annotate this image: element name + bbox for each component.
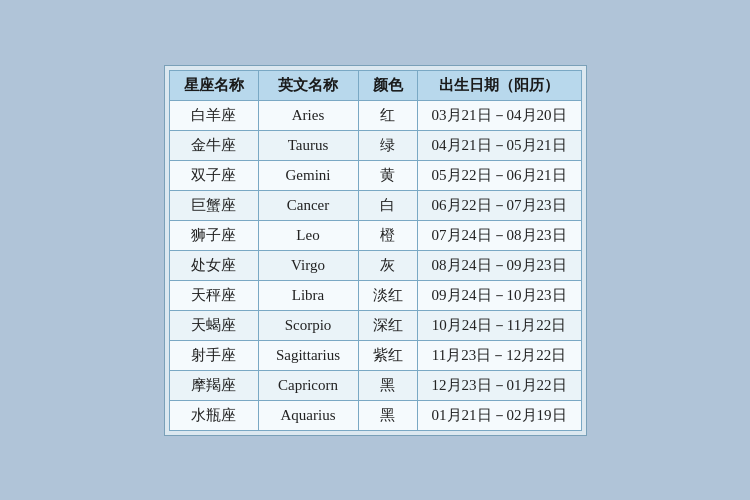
- header-english: 英文名称: [258, 70, 358, 100]
- cell-chinese: 双子座: [169, 160, 258, 190]
- cell-color: 黑: [358, 400, 417, 430]
- cell-color: 紫红: [358, 340, 417, 370]
- cell-date: 04月21日－05月21日: [417, 130, 581, 160]
- cell-english: Aquarius: [258, 400, 358, 430]
- cell-color: 橙: [358, 220, 417, 250]
- cell-chinese: 狮子座: [169, 220, 258, 250]
- header-chinese: 星座名称: [169, 70, 258, 100]
- cell-english: Leo: [258, 220, 358, 250]
- cell-english: Cancer: [258, 190, 358, 220]
- cell-color: 黄: [358, 160, 417, 190]
- table-row: 天蝎座Scorpio深红10月24日－11月22日: [169, 310, 581, 340]
- cell-chinese: 金牛座: [169, 130, 258, 160]
- table-header-row: 星座名称 英文名称 颜色 出生日期（阳历）: [169, 70, 581, 100]
- cell-chinese: 天秤座: [169, 280, 258, 310]
- cell-english: Capricorn: [258, 370, 358, 400]
- cell-color: 深红: [358, 310, 417, 340]
- cell-date: 12月23日－01月22日: [417, 370, 581, 400]
- table-row: 金牛座Taurus绿04月21日－05月21日: [169, 130, 581, 160]
- table-row: 处女座Virgo灰08月24日－09月23日: [169, 250, 581, 280]
- cell-date: 11月23日－12月22日: [417, 340, 581, 370]
- cell-english: Aries: [258, 100, 358, 130]
- header-date: 出生日期（阳历）: [417, 70, 581, 100]
- cell-date: 01月21日－02月19日: [417, 400, 581, 430]
- cell-chinese: 白羊座: [169, 100, 258, 130]
- zodiac-table: 星座名称 英文名称 颜色 出生日期（阳历） 白羊座Aries红03月21日－04…: [169, 70, 582, 431]
- table-row: 天秤座Libra淡红09月24日－10月23日: [169, 280, 581, 310]
- cell-date: 05月22日－06月21日: [417, 160, 581, 190]
- cell-english: Virgo: [258, 250, 358, 280]
- cell-chinese: 射手座: [169, 340, 258, 370]
- table-row: 水瓶座Aquarius黑01月21日－02月19日: [169, 400, 581, 430]
- cell-english: Scorpio: [258, 310, 358, 340]
- cell-english: Libra: [258, 280, 358, 310]
- table-row: 双子座Gemini黄05月22日－06月21日: [169, 160, 581, 190]
- cell-color: 红: [358, 100, 417, 130]
- cell-chinese: 水瓶座: [169, 400, 258, 430]
- cell-english: Taurus: [258, 130, 358, 160]
- cell-chinese: 巨蟹座: [169, 190, 258, 220]
- cell-chinese: 处女座: [169, 250, 258, 280]
- header-color: 颜色: [358, 70, 417, 100]
- cell-date: 06月22日－07月23日: [417, 190, 581, 220]
- cell-color: 白: [358, 190, 417, 220]
- cell-english: Sagittarius: [258, 340, 358, 370]
- cell-date: 07月24日－08月23日: [417, 220, 581, 250]
- table-row: 摩羯座Capricorn黑12月23日－01月22日: [169, 370, 581, 400]
- cell-chinese: 摩羯座: [169, 370, 258, 400]
- cell-color: 绿: [358, 130, 417, 160]
- cell-color: 黑: [358, 370, 417, 400]
- cell-date: 09月24日－10月23日: [417, 280, 581, 310]
- table-row: 巨蟹座Cancer白06月22日－07月23日: [169, 190, 581, 220]
- cell-date: 10月24日－11月22日: [417, 310, 581, 340]
- cell-date: 08月24日－09月23日: [417, 250, 581, 280]
- cell-chinese: 天蝎座: [169, 310, 258, 340]
- cell-date: 03月21日－04月20日: [417, 100, 581, 130]
- table-row: 射手座Sagittarius紫红11月23日－12月22日: [169, 340, 581, 370]
- cell-color: 淡红: [358, 280, 417, 310]
- cell-color: 灰: [358, 250, 417, 280]
- zodiac-table-container: 星座名称 英文名称 颜色 出生日期（阳历） 白羊座Aries红03月21日－04…: [164, 65, 587, 436]
- table-row: 白羊座Aries红03月21日－04月20日: [169, 100, 581, 130]
- table-row: 狮子座Leo橙07月24日－08月23日: [169, 220, 581, 250]
- cell-english: Gemini: [258, 160, 358, 190]
